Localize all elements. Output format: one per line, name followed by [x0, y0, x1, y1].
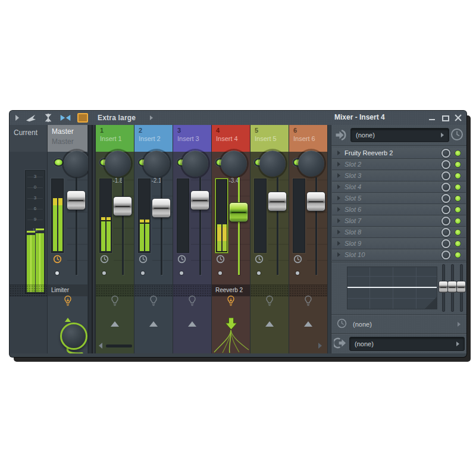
fader-track[interactable] [122, 177, 124, 275]
slot-mix-knob[interactable] [441, 194, 450, 203]
slot-mix-knob[interactable] [441, 239, 450, 248]
strip-header[interactable]: 6 Insert 6 [289, 125, 327, 152]
mixer-strip-insert-3[interactable]: 3 Insert 3 [173, 125, 212, 353]
mixer-strip-insert-1[interactable]: 1 Insert 1 -1.8 [96, 125, 134, 353]
volume-fader[interactable] [152, 198, 171, 218]
audio-input-icon[interactable] [334, 128, 348, 142]
audio-output-icon[interactable] [334, 336, 347, 350]
lamp-icon[interactable] [226, 295, 236, 308]
waveform-helper-icon[interactable] [43, 113, 54, 123]
clock-icon[interactable] [53, 255, 62, 264]
lamp-icon[interactable] [303, 295, 313, 308]
clock-icon[interactable] [177, 255, 186, 264]
slot-mix-knob[interactable] [441, 205, 450, 214]
time-clock-icon[interactable] [337, 318, 347, 328]
record-dot[interactable] [180, 271, 183, 275]
route-up-arrow-icon[interactable] [149, 321, 158, 327]
close-button[interactable] [455, 114, 462, 121]
record-dot[interactable] [257, 271, 261, 275]
volume-fader[interactable] [229, 202, 248, 222]
route-up-arrow-icon[interactable] [265, 321, 274, 327]
pan-knob[interactable] [143, 151, 170, 177]
slot-enable-led[interactable] [455, 173, 461, 179]
plugin-name-band[interactable]: Limiter [48, 284, 87, 296]
record-dot[interactable] [102, 271, 106, 275]
volume-fader[interactable] [306, 192, 325, 211]
minimize-button[interactable] [428, 114, 436, 121]
master-output-knob[interactable] [60, 322, 87, 350]
mixer-strip-insert-5[interactable]: 5 Insert 5 [250, 125, 289, 353]
slot-arrow-icon[interactable] [337, 151, 340, 155]
clock-icon[interactable] [293, 255, 302, 264]
strip-header[interactable]: Current [10, 125, 47, 152]
fx-slot-5[interactable]: Slot 5 [332, 193, 466, 203]
pan-knob[interactable] [221, 151, 247, 177]
fx-slot-2[interactable]: Slot 2 [332, 159, 466, 170]
record-dot[interactable] [141, 271, 145, 275]
plugin-name-band[interactable]: Reeverb 2 [212, 284, 250, 296]
enable-led[interactable] [54, 158, 64, 167]
mixer-strip-insert-4[interactable]: 4 Insert 4 -3.4 Reeverb 2 [212, 125, 250, 353]
slot-enable-led[interactable] [455, 161, 461, 168]
clock-icon[interactable] [216, 255, 225, 264]
mixer-strip-current[interactable]: Current 3 0 3 6 9 12 [10, 125, 48, 353]
view-color-swatch[interactable] [77, 113, 88, 123]
slot-arrow-icon[interactable] [337, 196, 340, 201]
route-up-arrow-icon[interactable] [304, 321, 312, 327]
volume-fader[interactable] [190, 190, 209, 210]
time-source-value[interactable]: (none) [353, 321, 372, 328]
slot-arrow-icon[interactable] [337, 241, 340, 246]
maximize-button[interactable] [441, 114, 449, 121]
slot-mix-knob[interactable] [441, 228, 450, 237]
detach-icon[interactable] [25, 113, 37, 123]
output-target-select[interactable]: (none) [349, 337, 465, 351]
volume-fader[interactable] [67, 190, 86, 210]
mirror-triangles-icon[interactable] [60, 113, 71, 123]
clock-icon[interactable] [255, 255, 264, 264]
mixer-strip-master[interactable]: Master Master Limiter [48, 125, 88, 353]
record-dot[interactable] [296, 271, 299, 275]
volume-fader[interactable] [113, 196, 132, 216]
input-record-clock-icon[interactable] [450, 128, 464, 141]
lamp-icon[interactable] [187, 295, 197, 308]
view-mode-arrow-icon[interactable] [150, 115, 153, 120]
view-mode-label[interactable]: Extra large [98, 114, 136, 122]
strip-header[interactable]: 2 Insert 2 [134, 125, 173, 152]
menu-arrow-icon[interactable] [15, 115, 19, 121]
clock-icon[interactable] [139, 255, 148, 264]
horizontal-scrollbar[interactable] [106, 345, 132, 347]
slot-mix-knob[interactable] [441, 217, 450, 226]
eq-graph[interactable] [347, 267, 437, 309]
slot-arrow-icon[interactable] [337, 207, 340, 212]
pan-knob[interactable] [298, 151, 324, 177]
input-source-select[interactable]: (none) [350, 128, 449, 142]
lamp-icon[interactable] [63, 295, 73, 308]
strip-header[interactable]: Master Master [48, 125, 87, 152]
fx-slot-9[interactable]: Slot 9 [332, 238, 466, 249]
pan-knob[interactable] [64, 151, 90, 177]
eq-band-fader-high[interactable] [456, 281, 466, 293]
slot-mix-knob[interactable] [441, 171, 450, 180]
scroll-right-icon[interactable] [318, 343, 322, 349]
slot-enable-led[interactable] [455, 218, 461, 224]
route-up-arrow-icon[interactable] [111, 321, 119, 327]
fx-slot-3[interactable]: Slot 3 [332, 170, 466, 181]
slot-arrow-icon[interactable] [337, 218, 340, 223]
slot-enable-led[interactable] [455, 150, 461, 156]
fader-track[interactable] [161, 177, 162, 275]
slot-enable-led[interactable] [455, 195, 461, 202]
record-dot[interactable] [55, 271, 59, 275]
fx-slot-1[interactable]: Fruity Reeverb 2 [332, 148, 466, 158]
strip-header[interactable]: 1 Insert 1 [96, 125, 134, 152]
slot-mix-knob[interactable] [441, 160, 450, 169]
slot-arrow-icon[interactable] [337, 230, 340, 234]
strip-header[interactable]: 4 Insert 4 [212, 125, 250, 152]
clock-icon[interactable] [100, 255, 109, 264]
eq-band-fader-mid[interactable] [447, 281, 457, 293]
slot-arrow-icon[interactable] [337, 162, 340, 167]
slot-arrow-icon[interactable] [337, 173, 340, 178]
slot-mix-knob[interactable] [441, 183, 450, 192]
volume-fader[interactable] [268, 192, 287, 211]
slot-enable-led[interactable] [455, 229, 461, 236]
pan-knob[interactable] [105, 151, 131, 177]
